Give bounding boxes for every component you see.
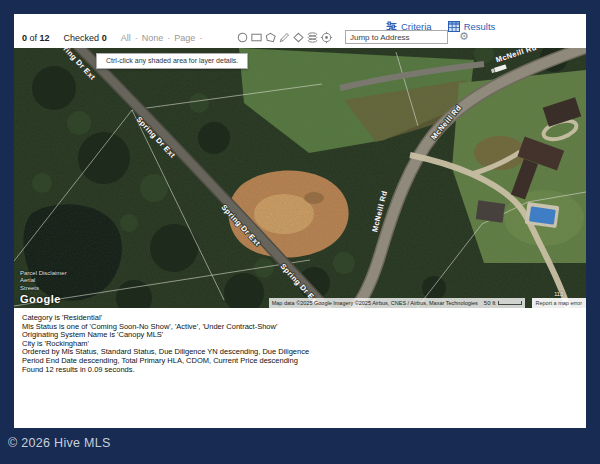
map-scale: 50 ft (481, 298, 525, 308)
pencil-icon (278, 31, 291, 44)
selection-links: All · None · Page · (121, 33, 203, 43)
jump-to-address-input[interactable] (345, 30, 448, 44)
separator-dot: · (199, 33, 202, 43)
pencil-tool-button[interactable] (278, 31, 291, 44)
parcel-disclaimer-link[interactable]: Parcel Disclaimer (20, 270, 67, 278)
streets-layer-link[interactable]: Streets (20, 285, 67, 293)
scale-label: 50 ft (484, 300, 496, 306)
rectangle-tool-button[interactable] (250, 31, 263, 44)
map-attribution: Map data ©2025 Google Imagery ©2025 Airb… (269, 298, 481, 308)
map-attribution-bar: Map data ©2025 Google Imagery ©2025 Airb… (269, 298, 586, 308)
layers-icon (306, 31, 319, 44)
google-logo[interactable]: Google (20, 293, 67, 305)
rectangle-icon (250, 31, 263, 44)
polygon-tool-button[interactable] (264, 31, 277, 44)
eraser-icon (292, 31, 305, 44)
circle-icon (236, 31, 249, 44)
map-tooltip: Ctrl-click any shaded area for layer det… (96, 53, 248, 69)
select-page-link[interactable]: Page (174, 33, 195, 43)
toolbar: 0 of 12 Checked 0 All · None · Page · (14, 30, 586, 48)
criteria-summary: Category is 'Residential' Mls Status is … (22, 314, 309, 374)
house-number-label: 113 (554, 291, 563, 297)
criteria-summary-line: Found 12 results in 0.09 seconds. (22, 366, 309, 375)
footer-copyright: © 2026 Hive MLS (8, 436, 111, 450)
target-tool-button[interactable] (320, 31, 333, 44)
content-panel: Criteria Results 0 of 12 Checked 0 All (14, 14, 586, 428)
separator-dot: · (167, 33, 170, 43)
count-of-total: 0 of 12 (22, 33, 50, 43)
separator-dot: · (135, 33, 138, 43)
map-draw-tools (236, 31, 333, 44)
select-none-link[interactable]: None (142, 33, 164, 43)
scale-bar (498, 301, 522, 305)
app-window: Criteria Results 0 of 12 Checked 0 All (0, 0, 600, 464)
layers-tool-button[interactable] (306, 31, 319, 44)
aerial-layer-link[interactable]: Aerial (20, 277, 67, 285)
map-settings-button[interactable]: ⚙ (457, 29, 471, 44)
eraser-tool-button[interactable] (292, 31, 305, 44)
checked-count: Checked 0 (64, 33, 107, 43)
result-counts: 0 of 12 Checked 0 All · None · Page · (22, 33, 202, 43)
report-map-error-link[interactable]: Report a map error (532, 298, 586, 308)
map-canvas[interactable]: Spring Dr Ext Spring Dr Ext Spring Dr Ex… (14, 48, 586, 308)
gear-icon: ⚙ (459, 30, 469, 42)
circle-tool-button[interactable] (236, 31, 249, 44)
map-overlay-links: Parcel Disclaimer Aerial Streets Google (20, 270, 67, 306)
satellite-imagery: Spring Dr Ext Spring Dr Ext Spring Dr Ex… (14, 48, 586, 308)
select-all-link[interactable]: All (121, 33, 131, 43)
house-roof (476, 200, 505, 223)
target-icon (320, 31, 333, 44)
polygon-icon (264, 31, 277, 44)
